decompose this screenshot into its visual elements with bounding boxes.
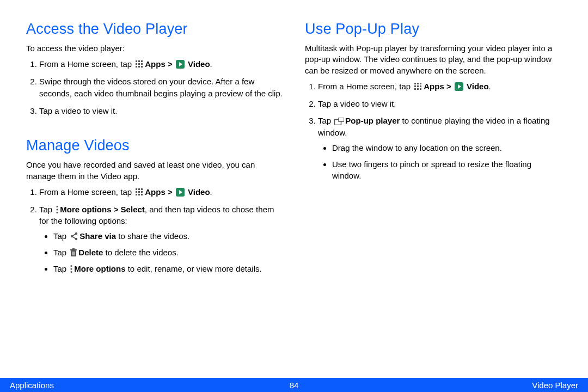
apps-grid-icon	[135, 188, 144, 197]
svg-rect-5	[141, 63, 143, 65]
intro-popup: Multitask with Pop-up player by transfor…	[305, 43, 562, 76]
svg-rect-11	[136, 188, 137, 190]
list-item: Tap More options to edit, rename, or vie…	[53, 263, 283, 275]
svg-rect-47	[420, 88, 421, 90]
svg-rect-32	[72, 248, 75, 249]
list-item: Tap a video to view it.	[318, 98, 562, 110]
sublist-popup-tips: Drag the window to any location on the s…	[318, 142, 562, 182]
svg-point-27	[71, 235, 73, 237]
text: to share the videos.	[116, 231, 189, 241]
apps-grid-icon	[414, 82, 422, 91]
list-item: Tap a video to view it.	[39, 105, 283, 117]
apps-grid-icon	[135, 60, 144, 69]
svg-rect-0	[136, 60, 137, 62]
svg-rect-14	[136, 191, 137, 193]
heading-manage-videos: Manage Videos	[26, 137, 283, 154]
svg-rect-15	[138, 191, 140, 193]
heading-pop-up-play: Use Pop-Up Play	[305, 21, 562, 38]
list-item: From a Home screen, tap Apps > Video.	[39, 186, 283, 198]
list-popup-steps: From a Home screen, tap Apps > Video. Ta…	[305, 81, 562, 182]
list-manage-steps: From a Home screen, tap Apps > Video. Ta…	[26, 186, 283, 275]
label-share-via: Share via	[79, 231, 116, 241]
list-item: From a Home screen, tap Apps > Video.	[39, 58, 283, 70]
text: to edit, rename, or view more details.	[126, 264, 262, 273]
text: Tap	[53, 264, 69, 273]
page-footer: Applications 84 Video Player	[0, 378, 588, 392]
text: From a Home screen, tap	[39, 59, 134, 69]
text: .	[210, 59, 212, 69]
svg-rect-7	[138, 66, 140, 68]
svg-point-38	[71, 271, 72, 272]
text: .	[489, 82, 491, 91]
svg-rect-41	[420, 83, 421, 84]
more-options-icon	[70, 265, 73, 273]
right-column: Use Pop-Up Play Multitask with Pop-up pl…	[305, 21, 562, 282]
popup-player-icon	[334, 118, 344, 125]
video-play-icon	[455, 82, 463, 91]
list-item: Swipe through the videos stored on your …	[39, 76, 283, 100]
svg-rect-4	[138, 63, 140, 65]
label-video: Video	[188, 59, 210, 69]
share-icon	[70, 232, 78, 241]
list-item: Tap Delete to delete the videos.	[53, 247, 283, 259]
footer-page-number: 84	[290, 381, 299, 390]
text: From a Home screen, tap	[39, 187, 134, 197]
list-item: Tap Pop-up player to continue playing th…	[318, 115, 562, 182]
svg-point-22	[57, 205, 58, 207]
text: Tap	[53, 231, 69, 241]
label-delete: Delete	[78, 248, 105, 257]
label-more-options: More options	[74, 264, 125, 273]
list-access-steps: From a Home screen, tap Apps > Video. Sw…	[26, 58, 283, 117]
text: Tap	[53, 248, 69, 257]
svg-point-23	[57, 209, 58, 210]
text: to delete the videos.	[106, 248, 179, 257]
text: Tap	[318, 116, 333, 125]
svg-rect-31	[70, 249, 77, 250]
svg-rect-51	[339, 118, 344, 121]
footer-left: Applications	[10, 381, 54, 390]
svg-rect-8	[141, 66, 143, 68]
svg-rect-16	[141, 191, 143, 193]
svg-point-37	[71, 268, 72, 270]
label-more-options-select: More options > Select	[60, 205, 144, 214]
svg-rect-45	[414, 88, 416, 90]
svg-rect-39	[414, 83, 416, 84]
text: .	[210, 187, 212, 197]
left-column: Access the Video Player To access the vi…	[26, 21, 283, 282]
list-item: Tap More options > Select, and then tap …	[39, 204, 283, 275]
list-item: Tap Share via to share the videos.	[53, 230, 283, 242]
text: Tap	[39, 205, 54, 214]
svg-rect-43	[417, 85, 419, 87]
two-column-layout: Access the Video Player To access the vi…	[26, 21, 562, 282]
svg-rect-6	[136, 66, 137, 68]
manual-page: Access the Video Player To access the vi…	[0, 0, 588, 392]
intro-access: To access the video player:	[26, 43, 283, 54]
video-play-icon	[176, 188, 185, 197]
more-options-icon	[56, 205, 59, 214]
svg-rect-40	[417, 83, 419, 84]
label-apps: Apps >	[424, 82, 454, 91]
label-video: Video	[188, 187, 210, 197]
delete-trash-icon	[70, 248, 77, 257]
list-item: Drag the window to any location on the s…	[332, 142, 562, 154]
svg-rect-2	[141, 60, 143, 62]
svg-rect-19	[141, 194, 143, 195]
svg-point-24	[57, 211, 58, 213]
svg-rect-17	[136, 194, 137, 195]
footer-right: Video Player	[532, 381, 578, 390]
label-apps: Apps >	[145, 187, 175, 197]
svg-point-28	[75, 232, 77, 235]
svg-rect-42	[414, 85, 416, 87]
label-video: Video	[467, 82, 489, 91]
svg-rect-12	[138, 188, 140, 190]
label-popup-player: Pop-up player	[345, 116, 400, 125]
svg-rect-3	[136, 63, 137, 65]
svg-rect-1	[138, 60, 140, 62]
intro-manage: Once you have recorded and saved at leas…	[26, 160, 283, 182]
video-play-icon	[176, 60, 185, 69]
text: From a Home screen, tap	[318, 82, 413, 91]
list-item: Use two fingers to pinch or spread to re…	[332, 158, 562, 182]
svg-rect-18	[138, 194, 140, 195]
label-apps: Apps >	[145, 59, 175, 69]
list-item: From a Home screen, tap Apps > Video.	[318, 81, 562, 93]
